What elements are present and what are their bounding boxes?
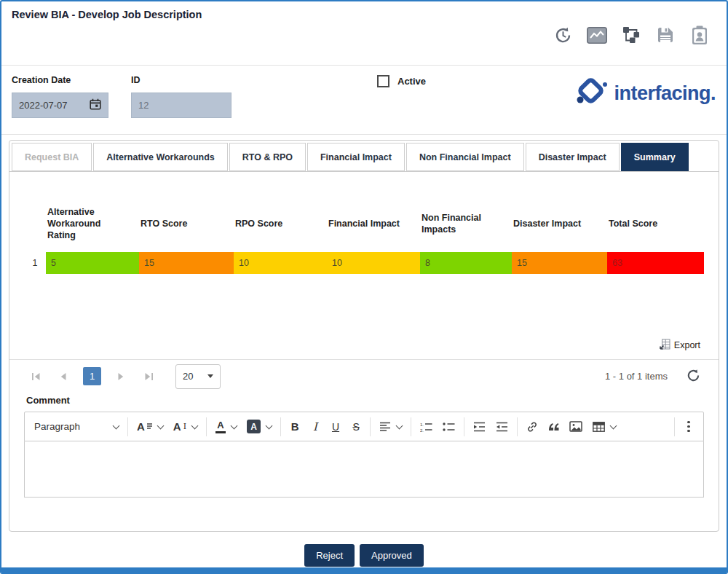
decrease-indent-button[interactable] xyxy=(491,416,513,438)
chevron-down-icon xyxy=(157,422,164,429)
font-background-color-icon: A xyxy=(247,420,261,433)
footer-actions: Reject Approved xyxy=(1,544,727,567)
export-label: Export xyxy=(674,340,700,350)
interfacing-logo-icon xyxy=(575,76,610,110)
footer-bar xyxy=(1,567,727,573)
interfacing-logo: interfacing. xyxy=(575,76,716,110)
reject-button[interactable]: Reject xyxy=(304,544,355,567)
tab-bar: Request BIA Alternative Workarounds RTO … xyxy=(9,141,719,172)
row-index: 1 xyxy=(24,252,46,274)
insert-table-button[interactable] xyxy=(587,416,621,438)
table-row: 1 5 15 10 10 8 15 63 xyxy=(24,252,704,274)
page-size-dropdown[interactable]: 20 xyxy=(175,364,221,389)
history-icon[interactable] xyxy=(552,24,574,46)
tab-alternative-workarounds[interactable]: Alternative Workarounds xyxy=(93,143,227,171)
bold-icon: B xyxy=(291,420,299,433)
italic-button[interactable]: I xyxy=(305,416,325,438)
numbered-list-icon: 1.2. xyxy=(420,422,432,432)
hierarchy-icon[interactable] xyxy=(620,24,642,46)
titlebar: Review BIA - Develop Job Description xyxy=(1,1,727,66)
previous-page-button[interactable] xyxy=(55,369,71,385)
chevron-down-icon xyxy=(610,422,617,429)
underline-button[interactable]: U xyxy=(325,416,346,438)
page-size-value: 20 xyxy=(183,371,193,382)
summary-table-block: Alternative Workaround Rating RTO Score … xyxy=(24,195,704,274)
calendar-icon[interactable] xyxy=(90,98,101,112)
bulleted-list-icon xyxy=(443,422,455,432)
tab-summary[interactable]: Summary xyxy=(621,143,689,171)
assignee-icon[interactable] xyxy=(689,24,711,46)
kebab-menu-icon xyxy=(687,425,690,428)
cell-rto-score: 15 xyxy=(139,252,234,274)
save-icon[interactable] xyxy=(654,24,676,46)
comment-label: Comment xyxy=(26,395,70,406)
form-fields: Creation Date 2022-07-07 ID 12 xyxy=(1,66,727,135)
tab-non-financial-impact[interactable]: Non Financial Impact xyxy=(406,143,524,171)
creation-date-field: Creation Date 2022-07-07 xyxy=(12,75,108,118)
increase-indent-icon xyxy=(473,422,486,432)
first-page-button[interactable] xyxy=(28,369,44,385)
comment-editor: Paragraph A AI A xyxy=(24,412,704,498)
column-header-non-financial-impacts: Non Financial Impacts xyxy=(420,195,512,252)
summary-score-table: Alternative Workaround Rating RTO Score … xyxy=(24,195,704,274)
increase-indent-button[interactable] xyxy=(468,416,491,438)
approved-button[interactable]: Approved xyxy=(360,544,424,567)
id-input[interactable]: 12 xyxy=(131,93,232,118)
column-header-alt-workaround: Alternative Workaround Rating xyxy=(46,195,139,252)
tab-disaster-impact[interactable]: Disaster Impact xyxy=(526,143,620,171)
toolbar-separator xyxy=(464,417,464,436)
tab-financial-impact[interactable]: Financial Impact xyxy=(307,143,405,171)
id-field: ID 12 xyxy=(131,75,232,118)
chevron-down-icon xyxy=(113,422,120,429)
insert-image-button[interactable] xyxy=(564,416,587,438)
active-checkbox[interactable] xyxy=(377,75,389,87)
blockquote-button[interactable] xyxy=(543,416,564,438)
cell-total-score: 63 xyxy=(607,252,704,274)
chevron-down-icon xyxy=(231,422,238,429)
items-range-text: 1 - 1 of 1 items xyxy=(605,371,668,382)
review-bia-window: Review BIA - Develop Job Description xyxy=(0,0,728,574)
table-header-row: Alternative Workaround Rating RTO Score … xyxy=(24,195,704,252)
creation-date-value: 2022-07-07 xyxy=(19,100,68,111)
font-background-color-button[interactable]: A xyxy=(242,416,277,438)
more-options-button[interactable] xyxy=(678,416,699,438)
underline-icon: U xyxy=(332,421,339,433)
tab-rto-rpo[interactable]: RTO & RPO xyxy=(229,143,306,171)
font-size-icon xyxy=(147,422,152,430)
link-button[interactable] xyxy=(521,416,543,438)
insert-image-icon xyxy=(569,421,582,432)
font-size-button[interactable]: A xyxy=(132,416,168,438)
tab-request-bia[interactable]: Request BIA xyxy=(12,143,92,171)
comment-editor-area[interactable] xyxy=(24,441,704,498)
align-left-icon xyxy=(379,422,391,432)
text-alignment-button[interactable] xyxy=(374,416,407,438)
paragraph-style-dropdown[interactable]: Paragraph xyxy=(29,416,124,438)
toolbar-separator xyxy=(206,417,207,436)
numbered-list-button[interactable]: 1.2. xyxy=(415,416,438,438)
id-label: ID xyxy=(131,75,232,85)
bold-button[interactable]: B xyxy=(285,416,305,438)
column-header-financial-impact: Financial Impact xyxy=(327,195,420,252)
active-field: Active xyxy=(377,75,426,87)
strikethrough-button[interactable]: S xyxy=(346,416,366,438)
paragraph-style-label: Paragraph xyxy=(34,421,80,432)
refresh-icon[interactable] xyxy=(687,369,700,385)
next-page-button[interactable] xyxy=(113,369,129,385)
creation-date-input[interactable]: 2022-07-07 xyxy=(12,93,108,118)
insert-table-icon xyxy=(593,422,605,432)
svg-text:2.: 2. xyxy=(420,428,424,432)
id-value: 12 xyxy=(138,100,149,111)
font-color-button[interactable]: A xyxy=(210,416,242,438)
current-page-button[interactable]: 1 xyxy=(83,367,101,385)
creation-date-label: Creation Date xyxy=(12,75,108,85)
chart-icon[interactable] xyxy=(586,24,608,46)
font-family-button[interactable]: AI xyxy=(168,416,202,438)
last-page-button[interactable] xyxy=(141,369,157,385)
cell-alt-workaround-rating: 5 xyxy=(46,252,139,274)
cell-rpo-score: 10 xyxy=(234,252,327,274)
strikethrough-icon: S xyxy=(352,421,359,433)
toolbar-separator xyxy=(127,417,128,436)
blockquote-icon xyxy=(548,422,559,431)
bulleted-list-button[interactable] xyxy=(438,416,460,438)
export-button[interactable]: Export xyxy=(660,339,700,352)
